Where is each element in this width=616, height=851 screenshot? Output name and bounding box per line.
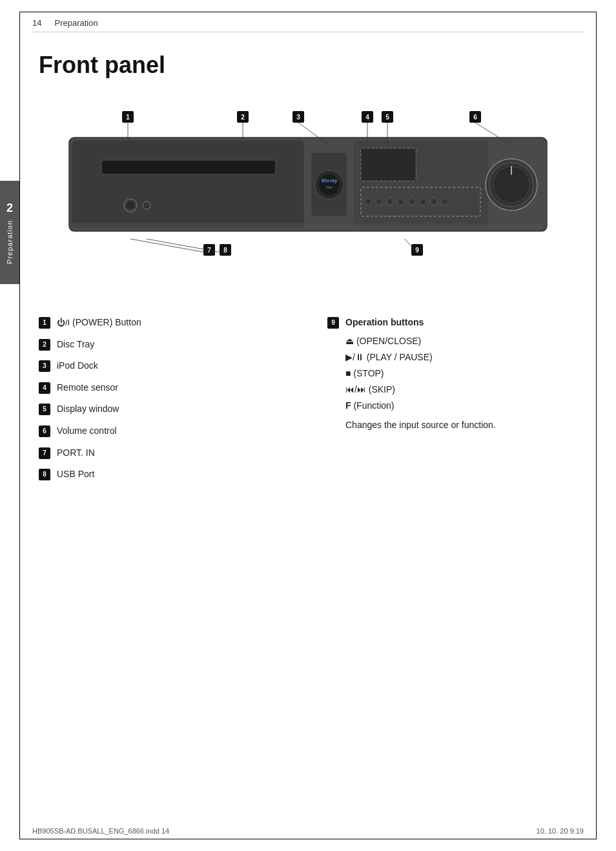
- callout-badge-3: 3: [293, 111, 304, 123]
- svg-point-18: [387, 198, 393, 205]
- svg-point-19: [398, 198, 404, 205]
- footer-right: 10. 10. 20 9:19: [537, 827, 584, 835]
- operation-buttons-heading: Operation buttons: [345, 316, 496, 329]
- svg-point-6: [143, 201, 150, 209]
- op-item-function: F (Function): [345, 398, 496, 414]
- svg-text:Disc: Disc: [326, 185, 333, 189]
- side-tab-label: Preparation: [6, 220, 14, 264]
- svg-point-23: [442, 198, 448, 205]
- label-text-4: Remote sensor: [57, 382, 118, 395]
- svg-point-22: [431, 198, 437, 205]
- label-item-9: 9 Operation buttons ⏏ (OPEN/CLOSE) ▶/⏸ (…: [327, 316, 577, 433]
- page-border-left: [19, 12, 20, 839]
- side-tab-content: 2 Preparation: [6, 201, 14, 264]
- op-item-play-pause: ▶/⏸ (PLAY / PAUSE): [345, 349, 496, 365]
- callout-badge-7: 7: [203, 244, 215, 256]
- page-number: 14: [32, 18, 41, 28]
- svg-point-20: [409, 198, 415, 205]
- label-text-8: USB Port: [57, 468, 94, 481]
- label-item-3: 3 iPod Dock: [39, 360, 289, 373]
- callout-badge-4: 4: [362, 111, 373, 123]
- op-item-open-close: ⏏ (OPEN/CLOSE): [345, 333, 496, 349]
- operation-buttons-block: Operation buttons ⏏ (OPEN/CLOSE) ▶/⏸ (PL…: [345, 316, 496, 433]
- callout-badge-8: 8: [220, 244, 231, 256]
- label-text-3: iPod Dock: [57, 360, 98, 373]
- svg-rect-28: [72, 223, 543, 229]
- op-item-skip: ⏮/⏭ (SKIP): [345, 382, 496, 398]
- op-description: Changes the input source or function.: [345, 417, 496, 433]
- callout-badge-9: 9: [411, 244, 423, 256]
- labels-section: 1 ⏻/I (POWER) Button 2 Disc Tray 3 iPod …: [39, 316, 577, 490]
- svg-rect-1: [72, 140, 304, 229]
- header-section-title: Preparation: [54, 18, 98, 28]
- label-badge-1: 1: [39, 317, 50, 329]
- page-header: 14 Preparation: [32, 18, 584, 32]
- label-badge-4: 4: [39, 382, 50, 394]
- label-text-2: Disc Tray: [57, 338, 94, 351]
- label-text-1: ⏻/I (POWER) Button: [57, 316, 141, 329]
- labels-columns: 1 ⏻/I (POWER) Button 2 Disc Tray 3 iPod …: [39, 316, 577, 490]
- label-badge-6: 6: [39, 425, 50, 437]
- svg-text:Blu-ray: Blu-ray: [322, 178, 337, 183]
- label-item-7: 7 PORT. IN: [39, 447, 289, 460]
- svg-rect-3: [103, 161, 274, 173]
- callout-badge-6: 6: [469, 111, 481, 123]
- op-sub-items: ⏏ (OPEN/CLOSE) ▶/⏸ (PLAY / PAUSE) ■ (STO…: [345, 333, 496, 433]
- callout-badge-5: 5: [382, 111, 393, 123]
- diagram-container: 1 2 3 4 5 6 Blu-ray Disc: [39, 110, 577, 291]
- main-title: Front panel: [39, 52, 165, 79]
- side-tab-number: 2: [6, 201, 13, 215]
- footer-left: HB905SB-AD.BUSALL_ENG_6866.indd 14: [32, 827, 169, 835]
- label-text-7: PORT. IN: [57, 447, 95, 460]
- svg-point-21: [420, 198, 426, 205]
- svg-point-16: [365, 198, 371, 205]
- label-item-2: 2 Disc Tray: [39, 338, 289, 351]
- callout-badge-1: 1: [122, 111, 134, 123]
- label-badge-7: 7: [39, 447, 50, 459]
- label-item-4: 4 Remote sensor: [39, 382, 289, 395]
- page-footer: HB905SB-AD.BUSALL_ENG_6866.indd 14 10. 1…: [32, 827, 584, 835]
- label-item-6: 6 Volume control: [39, 425, 289, 438]
- label-badge-3: 3: [39, 360, 50, 372]
- label-badge-8: 8: [39, 469, 50, 480]
- page-border-bottom: [19, 839, 597, 839]
- svg-point-5: [126, 201, 135, 210]
- op-item-stop: ■ (STOP): [345, 365, 496, 382]
- svg-line-35: [130, 239, 209, 253]
- label-item-8: 8 USB Port: [39, 468, 289, 481]
- svg-point-17: [376, 198, 382, 205]
- side-tab: 2 Preparation: [0, 181, 19, 284]
- labels-col-right: 9 Operation buttons ⏏ (OPEN/CLOSE) ▶/⏸ (…: [327, 316, 577, 490]
- svg-point-9: [319, 174, 340, 195]
- label-text-6: Volume control: [57, 425, 117, 438]
- label-text-5: Display window: [57, 403, 119, 416]
- labels-col-left: 1 ⏻/I (POWER) Button 2 Disc Tray 3 iPod …: [39, 316, 289, 490]
- label-badge-9: 9: [327, 317, 339, 329]
- label-badge-2: 2: [39, 339, 50, 351]
- svg-rect-14: [361, 149, 416, 181]
- page-border-right: [596, 12, 597, 839]
- label-item-1: 1 ⏻/I (POWER) Button: [39, 316, 289, 329]
- callout-badge-2: 2: [237, 111, 249, 123]
- label-badge-5: 5: [39, 404, 50, 415]
- device-diagram-svg: Blu-ray Disc: [63, 128, 553, 241]
- page-border-top: [19, 12, 597, 12]
- label-item-5: 5 Display window: [39, 403, 289, 416]
